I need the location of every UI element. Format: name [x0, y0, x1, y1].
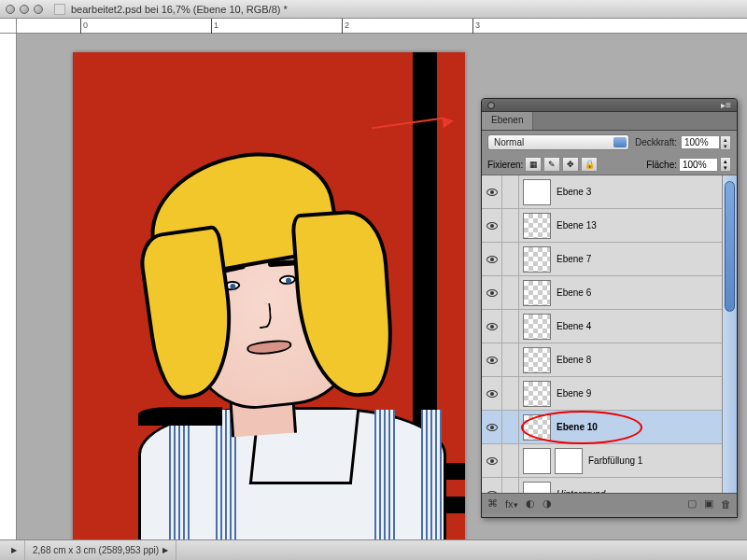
layer-thumbnail[interactable]: [523, 246, 551, 273]
artwork-shadow: [138, 407, 222, 426]
panel-titlebar[interactable]: ▸≡: [482, 99, 737, 112]
layer-name[interactable]: Ebene 4: [555, 321, 722, 331]
layer-name[interactable]: Ebene 3: [555, 187, 722, 197]
blend-mode-select[interactable]: Normal: [487, 134, 629, 150]
layers-scrollbar[interactable]: [722, 175, 737, 493]
new-layer-icon[interactable]: ▣: [704, 497, 713, 510]
layer-name[interactable]: Hintergrund: [555, 489, 722, 493]
layer-fx-icon[interactable]: fx▾: [505, 498, 518, 510]
layer-row[interactable]: Ebene 7: [482, 243, 722, 276]
status-zoom[interactable]: ▶: [0, 540, 25, 560]
minimize-window-icon[interactable]: [20, 5, 29, 14]
layer-row[interactable]: Farbfüllung 1: [482, 444, 722, 478]
ruler-vertical[interactable]: [0, 34, 17, 539]
visibility-toggle[interactable]: [482, 310, 502, 343]
layer-row[interactable]: Ebene 6: [482, 276, 722, 310]
eye-icon: [486, 289, 498, 297]
layer-name[interactable]: Ebene 6: [555, 287, 722, 298]
layer-link-cell[interactable]: [502, 276, 519, 309]
layer-thumbnail[interactable]: [523, 347, 551, 373]
eye-icon: [486, 424, 498, 431]
new-group-icon[interactable]: ▢: [687, 497, 697, 510]
visibility-toggle[interactable]: [482, 209, 502, 242]
layer-link-cell[interactable]: [502, 209, 519, 242]
ruler-horizontal[interactable]: 0 1 2 3: [17, 19, 747, 34]
document-icon: [54, 4, 65, 15]
visibility-toggle[interactable]: [482, 343, 502, 376]
eye-icon: [486, 390, 498, 398]
panel-menu-icon[interactable]: ▸≡: [721, 100, 731, 110]
fill-stepper[interactable]: ▴▾: [720, 157, 731, 172]
artwork-hair: [138, 146, 400, 388]
layer-link-cell[interactable]: [502, 310, 519, 343]
visibility-toggle[interactable]: [482, 175, 502, 208]
visibility-toggle[interactable]: [482, 411, 502, 443]
lock-transparency-button[interactable]: ▦: [525, 157, 542, 172]
opacity-field[interactable]: 100%: [681, 135, 720, 149]
eye-icon: [486, 491, 498, 494]
lock-all-button[interactable]: 🔒: [581, 157, 598, 172]
layer-row[interactable]: Ebene 9: [482, 377, 722, 411]
layer-link-cell[interactable]: [502, 175, 519, 208]
layer-thumbnail[interactable]: [523, 314, 551, 340]
layers-list: Ebene 3Ebene 13Ebene 7Ebene 6Ebene 4Eben…: [482, 175, 722, 493]
ruler-tick: 2: [342, 19, 349, 34]
visibility-toggle[interactable]: [482, 478, 502, 493]
layer-row[interactable]: Ebene 13: [482, 209, 722, 243]
annotation-arrow: [372, 118, 456, 129]
status-bar: ▶ 2,68 cm x 3 cm (2589,953 ppi)▶: [0, 539, 747, 560]
fill-field[interactable]: 100%: [679, 158, 718, 172]
layer-name[interactable]: Ebene 8: [555, 355, 722, 365]
eye-icon: [486, 189, 498, 196]
document-canvas[interactable]: [73, 52, 465, 547]
visibility-toggle[interactable]: [482, 276, 502, 309]
layer-link-cell[interactable]: [502, 377, 519, 410]
panel-tabs: Ebenen: [482, 112, 737, 131]
layer-name[interactable]: Ebene 13: [555, 220, 722, 231]
layer-thumbnail[interactable]: [523, 213, 551, 239]
adjustment-layer-icon[interactable]: ◑: [543, 497, 552, 510]
layer-row[interactable]: Ebene 3: [482, 175, 722, 209]
visibility-toggle[interactable]: [482, 377, 502, 410]
layer-thumbnail[interactable]: [523, 448, 551, 474]
visibility-toggle[interactable]: [482, 444, 502, 477]
add-mask-icon[interactable]: ◐: [526, 497, 535, 510]
ruler-tick: 3: [472, 19, 480, 34]
opacity-stepper[interactable]: ▴▾: [720, 135, 731, 150]
panel-close-icon[interactable]: [487, 102, 495, 109]
layer-thumbnail[interactable]: [523, 179, 551, 205]
status-dimensions[interactable]: 2,68 cm x 3 cm (2589,953 ppi)▶: [25, 540, 176, 560]
layer-name[interactable]: Farbfüllung 1: [586, 455, 722, 466]
lock-pixels-button[interactable]: ✎: [543, 157, 560, 172]
window-title: bearbeitet2.psd bei 16,7% (Ebene 10, RGB…: [71, 4, 288, 15]
layer-row[interactable]: Hintergrund: [482, 478, 722, 493]
layer-link-cell[interactable]: [502, 243, 519, 275]
layer-thumbnail[interactable]: [523, 482, 551, 494]
window-titlebar: bearbeitet2.psd bei 16,7% (Ebene 10, RGB…: [0, 0, 747, 19]
layer-link-cell[interactable]: [502, 343, 519, 376]
layer-name[interactable]: Ebene 9: [555, 388, 722, 399]
layer-row[interactable]: Ebene 8: [482, 343, 722, 377]
close-window-icon[interactable]: [6, 5, 15, 14]
layer-row[interactable]: Ebene 10: [482, 411, 722, 444]
eye-icon: [486, 457, 498, 465]
lock-position-button[interactable]: ✥: [562, 157, 579, 172]
layer-link-cell[interactable]: [502, 411, 519, 443]
layer-thumbnail[interactable]: [523, 381, 551, 407]
tab-layers[interactable]: Ebenen: [482, 112, 533, 130]
layer-link-cell[interactable]: [502, 444, 519, 477]
layer-thumbnail[interactable]: [523, 414, 551, 441]
layer-thumbnail[interactable]: [523, 280, 551, 306]
eye-icon: [486, 222, 498, 230]
ruler-origin[interactable]: [0, 19, 17, 34]
delete-layer-icon[interactable]: 🗑: [721, 498, 731, 510]
layer-row[interactable]: Ebene 4: [482, 310, 722, 343]
layer-name[interactable]: Ebene 7: [555, 254, 722, 264]
layer-mask-thumbnail[interactable]: [555, 448, 583, 474]
fill-label: Fläche:: [646, 160, 677, 170]
zoom-window-icon[interactable]: [34, 5, 43, 14]
link-layers-icon[interactable]: ⌘: [487, 497, 498, 510]
visibility-toggle[interactable]: [482, 243, 502, 275]
layer-link-cell[interactable]: [502, 478, 519, 493]
layer-name[interactable]: Ebene 10: [555, 422, 722, 432]
